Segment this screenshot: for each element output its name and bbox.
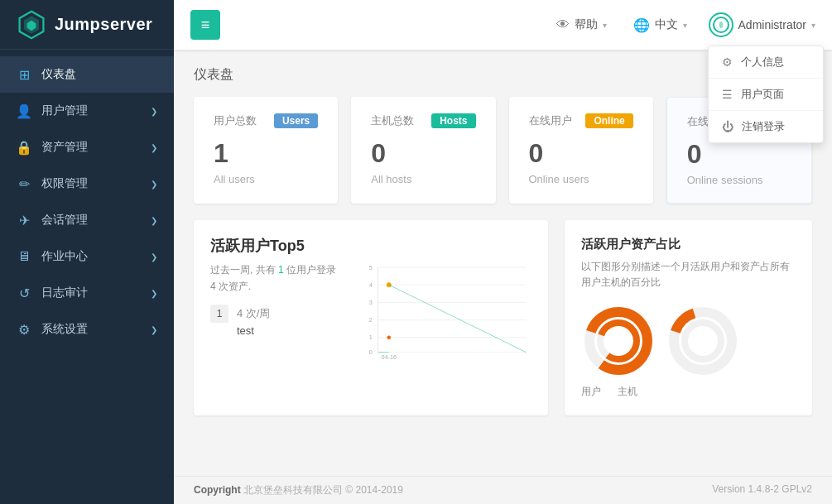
sidebar-item-asset-mgmt[interactable]: 🔒 资产管理 ❯: [0, 129, 174, 166]
lang-dropdown-arrow: ▾: [683, 21, 687, 30]
topbar-right: 👁 帮助 ▾ 🌐 中文 ▾ Administrator ▾: [551, 12, 815, 37]
footer-version: Version 1.4.8-2 GPLv2: [712, 483, 812, 497]
stat-hosts-badge: Hosts: [431, 113, 475, 128]
sidebar-item-user-mgmt[interactable]: 👤 用户管理 ❯: [0, 93, 174, 129]
chart-info: 活跃用户Top5 过去一周, 共有 1 位用户登录 4 次资产. 1 4 次/周…: [210, 237, 343, 399]
chart-highlight: 1: [278, 264, 284, 276]
main-content: ≡ 👁 帮助 ▾ 🌐 中文 ▾ Administ: [174, 0, 832, 504]
donut-desc: 以下图形分别描述一个月活跃用户和资产占所有用户主机的百分比: [581, 259, 796, 290]
help-icon: 👁: [556, 17, 570, 32]
dropdown-item-profile[interactable]: ⚙ 个人信息: [709, 46, 823, 79]
settings-icon: ⚙: [17, 322, 31, 337]
app-name: Jumpserver: [55, 15, 152, 34]
user-name: test: [210, 324, 343, 337]
sidebar-item-sys-settings[interactable]: ⚙ 系统设置 ❯: [0, 311, 174, 348]
audit-icon: ↺: [17, 286, 31, 300]
topbar: ≡ 👁 帮助 ▾ 🌐 中文 ▾ Administ: [174, 0, 832, 50]
donut-labels: 用户 主机: [581, 385, 796, 399]
chevron-right-icon: ❯: [151, 180, 157, 189]
user-rank: 1: [210, 305, 228, 323]
user-page-icon: ☰: [722, 88, 733, 101]
chevron-right-icon: ❯: [151, 143, 157, 152]
admin-name: Administrator: [738, 18, 806, 31]
line-chart: 5 4 3 2 1 0 04-16: [356, 237, 531, 386]
svg-text:2: 2: [369, 316, 373, 324]
stat-card-hosts-header: 主机总数 Hosts: [371, 113, 475, 128]
sidebar-item-perm-mgmt[interactable]: ✏ 权限管理 ❯: [0, 166, 174, 202]
stat-sessions-number: 0: [687, 139, 791, 170]
svg-point-21: [387, 336, 391, 339]
stat-online-badge: Online: [585, 113, 632, 128]
chart-desc-prefix: 过去一周, 共有: [210, 264, 278, 276]
user-donut-chart: [581, 304, 656, 378]
help-dropdown-arrow: ▾: [603, 21, 607, 30]
profile-label: 个人信息: [741, 55, 784, 70]
sidebar-nav: ⊞ 仪表盘 👤 用户管理 ❯ 🔒 资产管理 ❯ ✏ 权限管理 ❯ ✈ 会话管理 …: [0, 50, 174, 504]
profile-icon: ⚙: [722, 55, 733, 69]
asset-ratio-card: 活跃用户资产占比 以下图形分别描述一个月活跃用户和资产占所有用户主机的百分比: [565, 220, 812, 415]
stat-hosts-number: 0: [371, 138, 475, 169]
stat-sessions-desc: Online sessions: [687, 174, 763, 186]
hamburger-icon: ≡: [201, 17, 210, 34]
sidebar-item-ops-center[interactable]: 🖥 作业中心 ❯: [0, 238, 174, 275]
users-icon: 👤: [17, 103, 31, 118]
stat-online-number: 0: [529, 138, 633, 169]
avatar: [709, 12, 733, 37]
stat-card-online-header: 在线用户 Online: [529, 113, 633, 128]
menu-toggle-button[interactable]: ≡: [190, 10, 220, 40]
chevron-right-icon: ❯: [151, 325, 157, 334]
stat-users-desc: All users: [214, 173, 255, 185]
svg-point-28: [685, 323, 721, 359]
stat-hosts-desc: All hosts: [371, 173, 411, 185]
stat-users-label: 用户总数: [214, 113, 257, 128]
chart-subtitle: 过去一周, 共有 1 位用户登录 4 次资产.: [210, 262, 343, 294]
dashboard-icon: ⊞: [17, 67, 31, 82]
sidebar: Jumpserver ⊞ 仪表盘 👤 用户管理 ❯ 🔒 资产管理 ❯ ✏ 权限管…: [0, 0, 174, 504]
permissions-icon: ✏: [17, 176, 31, 191]
stat-hosts-label: 主机总数: [371, 113, 414, 128]
assets-icon: 🔒: [17, 140, 31, 155]
sidebar-item-dashboard[interactable]: ⊞ 仪表盘: [0, 56, 174, 93]
logo: Jumpserver: [0, 0, 174, 50]
language-label: 中文: [655, 17, 678, 32]
user-page-label: 用户页面: [741, 87, 784, 102]
dropdown-item-logout[interactable]: ⏻ 注销登录: [709, 111, 823, 142]
chart-title: 活跃用户Top5: [210, 237, 343, 256]
sidebar-item-session-mgmt[interactable]: ✈ 会话管理 ❯: [0, 202, 174, 238]
donut-label-user: 用户: [581, 385, 601, 399]
stat-online-desc: Online users: [529, 173, 589, 185]
stat-card-hosts: 主机总数 Hosts 0 All hosts: [351, 97, 495, 204]
chevron-right-icon: ❯: [151, 289, 157, 298]
donut-charts: [581, 304, 796, 378]
stat-card-users: 用户总数 Users 1 All users: [194, 97, 338, 204]
admin-dropdown-arrow: ▾: [811, 21, 815, 30]
svg-text:04-16: 04-16: [381, 353, 397, 361]
chevron-right-icon: ❯: [151, 107, 157, 116]
dropdown-item-user-page[interactable]: ☰ 用户页面: [709, 79, 823, 111]
ops-icon: 🖥: [17, 249, 31, 264]
bottom-row: 活跃用户Top5 过去一周, 共有 1 位用户登录 4 次资产. 1 4 次/周…: [194, 220, 812, 415]
topbar-left: ≡: [190, 10, 220, 40]
admin-dropdown-menu: ⚙ 个人信息 ☰ 用户页面 ⏻ 注销登录: [708, 46, 824, 143]
host-donut-chart: [666, 304, 740, 378]
svg-text:3: 3: [369, 299, 373, 306]
help-button[interactable]: 👁 帮助 ▾: [551, 14, 612, 36]
user-list: 1 4 次/周 test: [210, 305, 343, 337]
svg-line-20: [389, 285, 527, 353]
language-button[interactable]: 🌐 中文 ▾: [628, 14, 692, 36]
logout-label: 注销登录: [742, 119, 785, 134]
donut-title: 活跃用户资产占比: [581, 237, 796, 252]
footer-copyright: Copyright 北京堡垒科技有限公司 © 2014-2019: [194, 483, 403, 497]
admin-button[interactable]: Administrator ▾: [709, 12, 815, 37]
footer-copyright-text: 北京堡垒科技有限公司 © 2014-2019: [243, 484, 403, 496]
svg-text:1: 1: [369, 334, 373, 341]
logout-icon: ⏻: [722, 120, 733, 133]
sidebar-item-audit-log[interactable]: ↺ 日志审计 ❯: [0, 275, 174, 311]
stat-card-online: 在线用户 Online 0 Online users: [509, 97, 653, 204]
svg-text:4: 4: [369, 281, 373, 289]
globe-icon: 🌐: [633, 17, 650, 33]
chart-area: 5 4 3 2 1 0 04-16: [356, 237, 531, 399]
svg-text:0: 0: [369, 348, 373, 356]
user-visits: 4 次/周: [237, 306, 270, 321]
stat-users-number: 1: [214, 138, 318, 169]
